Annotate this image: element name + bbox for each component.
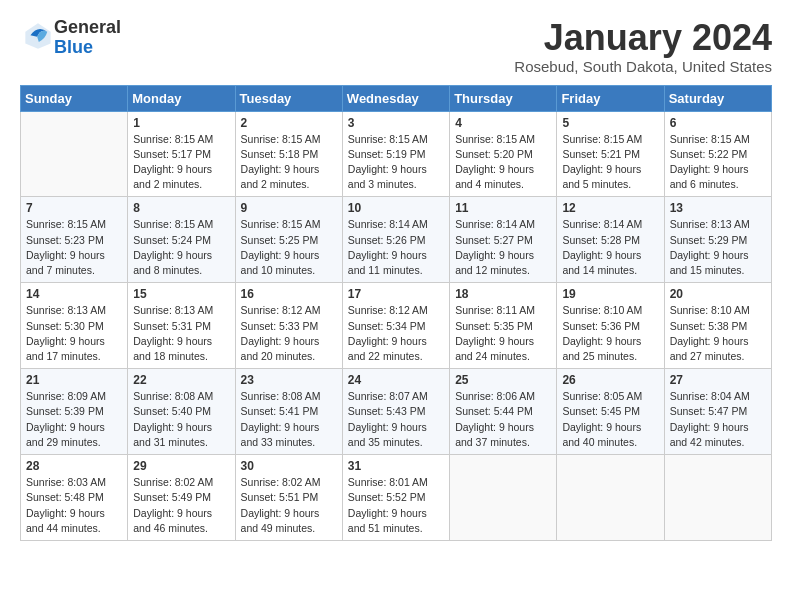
day-number: 12: [562, 201, 658, 215]
calendar-cell: 3Sunrise: 8:15 AMSunset: 5:19 PMDaylight…: [342, 111, 449, 197]
calendar-cell: [450, 455, 557, 541]
day-info: Sunrise: 8:15 AMSunset: 5:24 PMDaylight:…: [133, 217, 229, 278]
calendar-cell: 19Sunrise: 8:10 AMSunset: 5:36 PMDayligh…: [557, 283, 664, 369]
day-info: Sunrise: 8:14 AMSunset: 5:28 PMDaylight:…: [562, 217, 658, 278]
day-number: 20: [670, 287, 766, 301]
logo-icon: [22, 20, 54, 52]
day-info: Sunrise: 8:14 AMSunset: 5:26 PMDaylight:…: [348, 217, 444, 278]
calendar-subtitle: Rosebud, South Dakota, United States: [514, 58, 772, 75]
calendar-cell: 15Sunrise: 8:13 AMSunset: 5:31 PMDayligh…: [128, 283, 235, 369]
calendar-cell: 21Sunrise: 8:09 AMSunset: 5:39 PMDayligh…: [21, 369, 128, 455]
day-number: 5: [562, 116, 658, 130]
day-number: 9: [241, 201, 337, 215]
calendar-cell: [557, 455, 664, 541]
calendar-cell: 11Sunrise: 8:14 AMSunset: 5:27 PMDayligh…: [450, 197, 557, 283]
day-number: 2: [241, 116, 337, 130]
day-number: 28: [26, 459, 122, 473]
day-info: Sunrise: 8:08 AMSunset: 5:41 PMDaylight:…: [241, 389, 337, 450]
calendar-cell: 8Sunrise: 8:15 AMSunset: 5:24 PMDaylight…: [128, 197, 235, 283]
day-info: Sunrise: 8:06 AMSunset: 5:44 PMDaylight:…: [455, 389, 551, 450]
day-info: Sunrise: 8:12 AMSunset: 5:33 PMDaylight:…: [241, 303, 337, 364]
calendar-cell: 23Sunrise: 8:08 AMSunset: 5:41 PMDayligh…: [235, 369, 342, 455]
day-info: Sunrise: 8:01 AMSunset: 5:52 PMDaylight:…: [348, 475, 444, 536]
day-info: Sunrise: 8:02 AMSunset: 5:49 PMDaylight:…: [133, 475, 229, 536]
day-number: 17: [348, 287, 444, 301]
day-number: 8: [133, 201, 229, 215]
logo: GeneralBlue: [20, 18, 121, 58]
calendar-week-row: 28Sunrise: 8:03 AMSunset: 5:48 PMDayligh…: [21, 455, 772, 541]
calendar-week-row: 1Sunrise: 8:15 AMSunset: 5:17 PMDaylight…: [21, 111, 772, 197]
calendar-cell: 13Sunrise: 8:13 AMSunset: 5:29 PMDayligh…: [664, 197, 771, 283]
calendar-cell: 30Sunrise: 8:02 AMSunset: 5:51 PMDayligh…: [235, 455, 342, 541]
weekday-header-saturday: Saturday: [664, 85, 771, 111]
day-info: Sunrise: 8:15 AMSunset: 5:19 PMDaylight:…: [348, 132, 444, 193]
calendar-cell: 6Sunrise: 8:15 AMSunset: 5:22 PMDaylight…: [664, 111, 771, 197]
weekday-header-monday: Monday: [128, 85, 235, 111]
weekday-header-wednesday: Wednesday: [342, 85, 449, 111]
calendar-cell: [21, 111, 128, 197]
calendar-table: SundayMondayTuesdayWednesdayThursdayFrid…: [20, 85, 772, 541]
weekday-header-friday: Friday: [557, 85, 664, 111]
calendar-cell: 14Sunrise: 8:13 AMSunset: 5:30 PMDayligh…: [21, 283, 128, 369]
calendar-week-row: 7Sunrise: 8:15 AMSunset: 5:23 PMDaylight…: [21, 197, 772, 283]
calendar-cell: 31Sunrise: 8:01 AMSunset: 5:52 PMDayligh…: [342, 455, 449, 541]
day-number: 27: [670, 373, 766, 387]
calendar-cell: 5Sunrise: 8:15 AMSunset: 5:21 PMDaylight…: [557, 111, 664, 197]
day-number: 4: [455, 116, 551, 130]
calendar-cell: 25Sunrise: 8:06 AMSunset: 5:44 PMDayligh…: [450, 369, 557, 455]
calendar-week-row: 14Sunrise: 8:13 AMSunset: 5:30 PMDayligh…: [21, 283, 772, 369]
calendar-cell: 17Sunrise: 8:12 AMSunset: 5:34 PMDayligh…: [342, 283, 449, 369]
day-info: Sunrise: 8:13 AMSunset: 5:31 PMDaylight:…: [133, 303, 229, 364]
day-info: Sunrise: 8:15 AMSunset: 5:18 PMDaylight:…: [241, 132, 337, 193]
calendar-cell: 28Sunrise: 8:03 AMSunset: 5:48 PMDayligh…: [21, 455, 128, 541]
day-number: 25: [455, 373, 551, 387]
day-info: Sunrise: 8:04 AMSunset: 5:47 PMDaylight:…: [670, 389, 766, 450]
day-info: Sunrise: 8:13 AMSunset: 5:30 PMDaylight:…: [26, 303, 122, 364]
calendar-page: GeneralBlue January 2024 Rosebud, South …: [0, 0, 792, 612]
calendar-cell: 7Sunrise: 8:15 AMSunset: 5:23 PMDaylight…: [21, 197, 128, 283]
calendar-cell: 16Sunrise: 8:12 AMSunset: 5:33 PMDayligh…: [235, 283, 342, 369]
calendar-cell: 24Sunrise: 8:07 AMSunset: 5:43 PMDayligh…: [342, 369, 449, 455]
day-info: Sunrise: 8:03 AMSunset: 5:48 PMDaylight:…: [26, 475, 122, 536]
day-info: Sunrise: 8:09 AMSunset: 5:39 PMDaylight:…: [26, 389, 122, 450]
calendar-cell: 4Sunrise: 8:15 AMSunset: 5:20 PMDaylight…: [450, 111, 557, 197]
calendar-cell: 9Sunrise: 8:15 AMSunset: 5:25 PMDaylight…: [235, 197, 342, 283]
weekday-header-thursday: Thursday: [450, 85, 557, 111]
day-info: Sunrise: 8:12 AMSunset: 5:34 PMDaylight:…: [348, 303, 444, 364]
calendar-cell: 1Sunrise: 8:15 AMSunset: 5:17 PMDaylight…: [128, 111, 235, 197]
day-number: 26: [562, 373, 658, 387]
day-info: Sunrise: 8:15 AMSunset: 5:21 PMDaylight:…: [562, 132, 658, 193]
day-info: Sunrise: 8:15 AMSunset: 5:25 PMDaylight:…: [241, 217, 337, 278]
day-number: 10: [348, 201, 444, 215]
day-info: Sunrise: 8:07 AMSunset: 5:43 PMDaylight:…: [348, 389, 444, 450]
day-info: Sunrise: 8:14 AMSunset: 5:27 PMDaylight:…: [455, 217, 551, 278]
day-number: 11: [455, 201, 551, 215]
day-number: 13: [670, 201, 766, 215]
weekday-header-sunday: Sunday: [21, 85, 128, 111]
header-row: GeneralBlue January 2024 Rosebud, South …: [20, 18, 772, 75]
calendar-title: January 2024: [514, 18, 772, 58]
calendar-cell: 29Sunrise: 8:02 AMSunset: 5:49 PMDayligh…: [128, 455, 235, 541]
day-number: 18: [455, 287, 551, 301]
day-number: 22: [133, 373, 229, 387]
day-info: Sunrise: 8:15 AMSunset: 5:23 PMDaylight:…: [26, 217, 122, 278]
day-number: 21: [26, 373, 122, 387]
weekday-header-tuesday: Tuesday: [235, 85, 342, 111]
day-number: 16: [241, 287, 337, 301]
day-number: 7: [26, 201, 122, 215]
calendar-cell: 2Sunrise: 8:15 AMSunset: 5:18 PMDaylight…: [235, 111, 342, 197]
day-number: 3: [348, 116, 444, 130]
day-number: 31: [348, 459, 444, 473]
day-info: Sunrise: 8:10 AMSunset: 5:38 PMDaylight:…: [670, 303, 766, 364]
calendar-cell: 22Sunrise: 8:08 AMSunset: 5:40 PMDayligh…: [128, 369, 235, 455]
day-info: Sunrise: 8:15 AMSunset: 5:22 PMDaylight:…: [670, 132, 766, 193]
day-number: 1: [133, 116, 229, 130]
day-info: Sunrise: 8:15 AMSunset: 5:20 PMDaylight:…: [455, 132, 551, 193]
day-info: Sunrise: 8:15 AMSunset: 5:17 PMDaylight:…: [133, 132, 229, 193]
calendar-week-row: 21Sunrise: 8:09 AMSunset: 5:39 PMDayligh…: [21, 369, 772, 455]
day-number: 23: [241, 373, 337, 387]
day-info: Sunrise: 8:08 AMSunset: 5:40 PMDaylight:…: [133, 389, 229, 450]
calendar-cell: 10Sunrise: 8:14 AMSunset: 5:26 PMDayligh…: [342, 197, 449, 283]
logo-text: GeneralBlue: [54, 18, 121, 58]
calendar-cell: 26Sunrise: 8:05 AMSunset: 5:45 PMDayligh…: [557, 369, 664, 455]
